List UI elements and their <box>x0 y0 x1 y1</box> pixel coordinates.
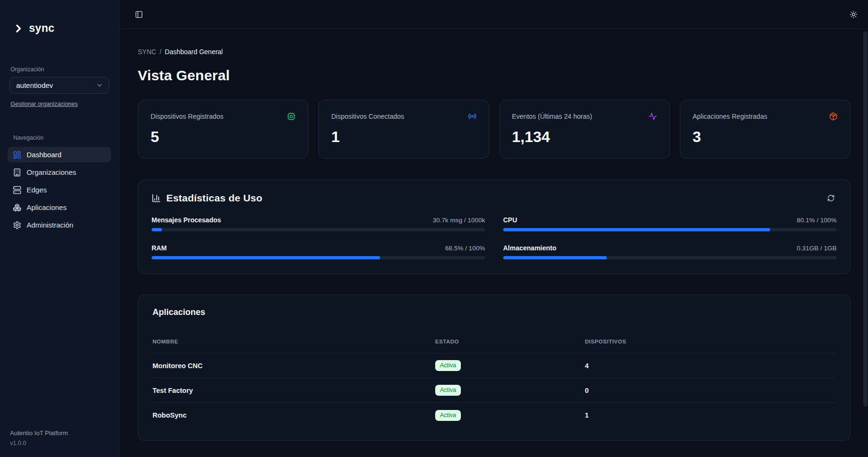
progress-bar <box>152 228 485 231</box>
table-header-row: NOMBRE ESTADO DISPOSITIVOS <box>153 329 836 353</box>
page-title: Vista General <box>138 67 850 84</box>
status-badge: Activa <box>435 385 461 396</box>
stat-card-value: 1 <box>331 128 476 146</box>
sidebar-item-label: Administración <box>27 221 73 229</box>
sidebar: sync Organización autentiodev Gestionar … <box>0 0 119 457</box>
column-header-dispositivos: DISPOSITIVOS <box>585 339 836 344</box>
stat-card-value: 5 <box>151 128 296 146</box>
table-row: Monitoreo CNC Activa 4 <box>153 353 836 378</box>
status-badge: Activa <box>435 360 461 371</box>
sidebar-item-label: Dashboard <box>27 151 61 159</box>
progress-fill <box>503 228 770 231</box>
main-area: SYNC / Dashboard General Vista General D… <box>119 0 868 457</box>
app-root: sync Organización autentiodev Gestionar … <box>0 0 868 457</box>
devices-cell: 4 <box>585 362 836 370</box>
metrics-grid: Mensajes Procesados 30.7k msg / 1000k CP… <box>152 216 837 259</box>
stat-card-eventos: Eventos (Últimas 24 horas) 1,134 <box>499 100 670 159</box>
metric-value: 80.1% / 100% <box>797 217 837 224</box>
organization-select-value: autentiodev <box>16 81 53 89</box>
progress-bar <box>503 256 837 259</box>
progress-fill <box>152 256 380 259</box>
page-content: SYNC / Dashboard General Vista General D… <box>119 29 868 441</box>
platform-version: v1.0.0 <box>10 440 109 447</box>
sidebar-item-label: Organizaciones <box>27 168 76 176</box>
app-name-cell: Monitoreo CNC <box>153 362 435 370</box>
table-body: Monitoreo CNC Activa 4 Test Factory Acti… <box>153 353 836 428</box>
app-name-cell: Test Factory <box>153 387 435 394</box>
column-header-estado: ESTADO <box>435 339 585 344</box>
activity-icon <box>649 112 657 121</box>
metric-cpu: CPU 80.1% / 100% <box>503 216 837 231</box>
metric-label: Mensajes Procesados <box>152 216 221 224</box>
stat-card-value: 3 <box>693 128 838 146</box>
navigation-label: Navegación <box>13 134 111 141</box>
table-row: RoboSync Activa 1 <box>153 403 836 428</box>
chevron-down-icon <box>96 82 103 89</box>
sidebar-item-dashboard[interactable]: Dashboard <box>8 147 111 162</box>
app-name-cell: RoboSync <box>153 411 435 419</box>
refresh-button[interactable] <box>825 192 837 204</box>
manage-organizations-link[interactable]: Gestionar organizaciones <box>10 101 78 107</box>
progress-fill <box>152 228 162 231</box>
applications-title: Aplicaciones <box>153 307 836 317</box>
usage-stats-panel: Estadísticas de Uso Mensajes Procesados … <box>138 180 850 274</box>
organization-section: Organización autentiodev Gestionar organ… <box>0 35 119 108</box>
table-row: Test Factory Activa 0 <box>153 378 836 403</box>
stat-card-dispositivos-registrados: Dispositivos Registrados 5 <box>138 100 308 159</box>
bar-chart-icon <box>152 193 161 203</box>
stat-card-aplicaciones-registradas: Aplicaciones Registradas 3 <box>680 100 850 159</box>
metric-value: 0.31GB / 1GB <box>797 245 837 252</box>
scrollbar-thumb[interactable] <box>863 31 868 407</box>
brand-name: sync <box>29 22 55 35</box>
devices-cell: 0 <box>585 387 836 394</box>
metric-label: CPU <box>503 216 517 224</box>
metric-ram: RAM 68.5% / 100% <box>152 244 485 259</box>
sidebar-item-edges[interactable]: Edges <box>8 182 111 198</box>
metric-value: 68.5% / 100% <box>445 245 485 252</box>
page-scrollbar <box>863 31 868 449</box>
platform-name: Autentio IoT Platform <box>10 429 109 437</box>
theme-toggle-button[interactable] <box>848 9 859 20</box>
metric-almacenamiento: Almacenamiento 0.31GB / 1GB <box>503 244 837 259</box>
stat-card-label: Dispositivos Registrados <box>151 113 223 120</box>
progress-fill <box>503 256 607 259</box>
stat-card-label: Aplicaciones Registradas <box>693 113 767 120</box>
stat-card-value: 1,134 <box>512 128 657 146</box>
metric-label: Almacenamiento <box>503 244 556 252</box>
devices-cell: 1 <box>585 411 836 419</box>
topbar <box>119 0 868 29</box>
metric-value: 30.7k msg / 1000k <box>433 217 485 224</box>
organization-label: Organización <box>10 66 109 73</box>
sidebar-item-organizaciones[interactable]: Organizaciones <box>8 164 111 180</box>
sidebar-item-label: Edges <box>27 186 47 194</box>
applications-panel: Aplicaciones NOMBRE ESTADO DISPOSITIVOS … <box>138 295 850 441</box>
sidebar-item-label: Aplicaciones <box>27 203 67 211</box>
refresh-icon <box>827 194 835 202</box>
building-icon <box>13 168 21 177</box>
breadcrumb-current: Dashboard General <box>165 48 223 56</box>
metric-mensajes-procesados: Mensajes Procesados 30.7k msg / 1000k <box>152 216 485 231</box>
radio-icon <box>468 112 477 121</box>
stat-card-dispositivos-conectados: Dispositivos Conectados 1 <box>318 100 489 159</box>
sidebar-item-administracion[interactable]: Administración <box>8 217 111 233</box>
progress-bar <box>503 228 837 231</box>
navigation-section: Navegación Dashboard Organizaciones Edge… <box>0 108 119 235</box>
usage-stats-title: Estadísticas de Uso <box>166 192 262 204</box>
column-header-nombre: NOMBRE <box>153 339 435 344</box>
package-icon <box>829 112 838 121</box>
sun-icon <box>849 10 858 19</box>
breadcrumb-root-link[interactable]: SYNC <box>138 48 156 56</box>
dashboard-icon <box>13 151 21 159</box>
cpu-chip-icon <box>287 112 296 121</box>
breadcrumb: SYNC / Dashboard General <box>138 48 850 56</box>
stat-card-label: Eventos (Últimas 24 horas) <box>512 113 592 120</box>
sidebar-footer: Autentio IoT Platform v1.0.0 <box>0 429 119 457</box>
brand-logo: sync <box>0 0 119 35</box>
server-icon <box>13 186 21 194</box>
organization-select[interactable]: autentiodev <box>10 77 109 94</box>
sidebar-item-aplicaciones[interactable]: Aplicaciones <box>8 200 111 215</box>
stat-card-label: Dispositivos Conectados <box>331 113 404 120</box>
chevron-right-logo-icon <box>12 22 25 35</box>
sidebar-toggle-button[interactable] <box>133 9 145 20</box>
progress-bar <box>152 256 485 259</box>
